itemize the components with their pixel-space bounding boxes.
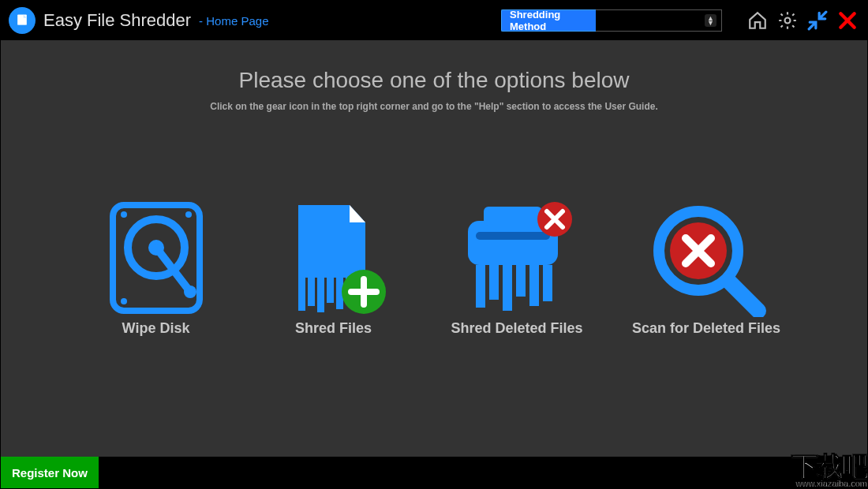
options-row: Wipe Disk xyxy=(89,199,780,337)
gear-icon[interactable] xyxy=(776,9,799,32)
footer-bar: Register Now xyxy=(1,457,867,488)
home-icon[interactable] xyxy=(746,9,769,32)
svg-rect-23 xyxy=(484,207,542,226)
option-wipe-disk[interactable]: Wipe Disk xyxy=(89,199,223,337)
app-title: Easy File Shredder xyxy=(43,10,191,31)
svg-rect-14 xyxy=(298,278,305,311)
svg-rect-28 xyxy=(516,265,526,297)
close-icon[interactable] xyxy=(836,9,859,32)
option-scan-deleted-files[interactable]: Scan for Deleted Files xyxy=(634,199,780,337)
svg-rect-17 xyxy=(327,278,334,303)
spinner-arrows-icon: ▲▼ xyxy=(705,14,716,27)
shredding-method-label: Shredding Method xyxy=(501,9,596,32)
option-label: Scan for Deleted Files xyxy=(632,320,780,337)
svg-rect-30 xyxy=(543,265,552,301)
title-bar: Easy File Shredder - Home Page Shredding… xyxy=(1,1,867,40)
option-label: Shred Files xyxy=(295,320,372,337)
svg-rect-0 xyxy=(17,15,27,25)
svg-point-13 xyxy=(184,286,196,298)
option-shred-deleted-files[interactable]: Shred Deleted Files xyxy=(444,199,590,337)
restore-down-icon[interactable] xyxy=(806,9,829,32)
svg-point-6 xyxy=(785,18,791,24)
svg-rect-27 xyxy=(503,265,512,311)
page-subheading: Click on the gear icon in the top right … xyxy=(210,101,657,112)
app-logo-icon xyxy=(9,7,36,34)
svg-rect-15 xyxy=(308,278,315,306)
shredding-method-select[interactable]: Shredding Method ▲▼ xyxy=(501,9,722,32)
svg-point-12 xyxy=(121,298,127,304)
option-label: Shred Deleted Files xyxy=(451,320,582,337)
shred-files-icon xyxy=(279,199,389,317)
register-now-button[interactable]: Register Now xyxy=(1,457,99,488)
scan-deleted-icon xyxy=(643,199,769,317)
svg-rect-29 xyxy=(529,265,539,306)
svg-rect-24 xyxy=(476,232,550,240)
option-shred-files[interactable]: Shred Files xyxy=(267,199,401,337)
svg-point-10 xyxy=(121,211,127,218)
shredding-method-dropdown[interactable]: ▲▼ xyxy=(596,9,722,32)
svg-rect-16 xyxy=(317,278,324,312)
option-label: Wipe Disk xyxy=(122,320,190,337)
page-heading: Please choose one of the options below xyxy=(238,68,629,93)
svg-point-11 xyxy=(185,211,192,218)
main-content: Please choose one of the options below C… xyxy=(1,40,867,457)
svg-rect-25 xyxy=(476,265,485,308)
shred-deleted-icon xyxy=(454,199,580,317)
breadcrumb-home[interactable]: - Home Page xyxy=(199,14,268,28)
svg-rect-26 xyxy=(489,265,499,300)
wipe-disk-icon xyxy=(105,199,208,317)
